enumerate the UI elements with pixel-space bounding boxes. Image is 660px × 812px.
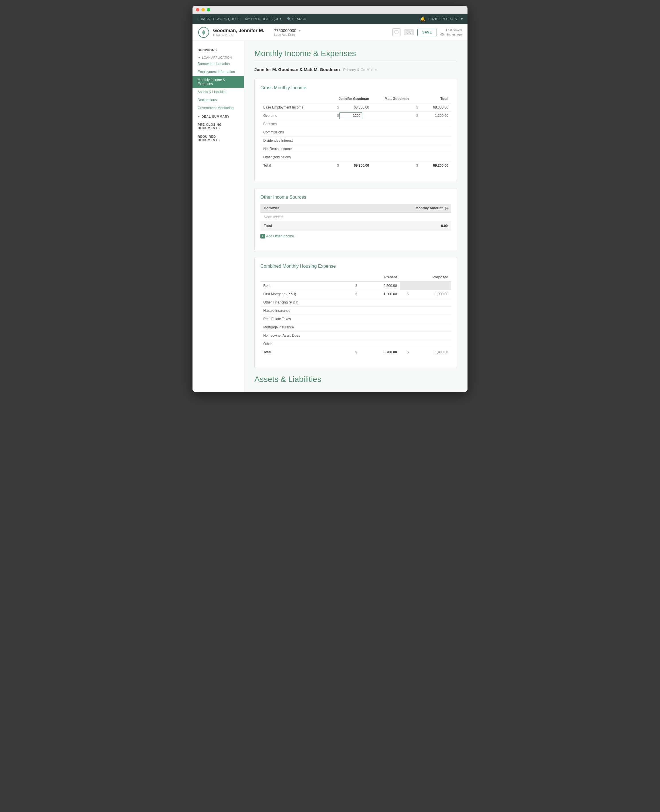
user-label: SUZIE SPECIALIST	[428, 17, 459, 21]
housing-total-row: Total $ 3,700.00 $ 1,900.00	[260, 348, 451, 356]
add-other-income-button[interactable]: + Add Other Income	[260, 234, 294, 239]
jennifer-dollar	[332, 120, 340, 128]
jennifer-amount[interactable]	[340, 112, 372, 120]
deal-summary-label: DEAL SUMMARY	[201, 115, 230, 118]
sidebar-item-assets[interactable]: Assets & Liabilities	[192, 88, 244, 96]
housing-row: Rent$2,500.00	[260, 282, 451, 290]
housing-row-label: Rent	[260, 282, 348, 290]
housing-expense-title: Combined Monthly Housing Expense	[260, 264, 451, 269]
sidebar-item-borrower-info[interactable]: Borrower Information	[192, 60, 244, 68]
proposed-amount	[412, 298, 451, 307]
loan-number-dropdown-icon[interactable]: ▼	[298, 28, 301, 33]
borrower-header: Jennifer M. Goodman & Matt M. Goodman Pr…	[254, 67, 457, 72]
minimize-button[interactable]	[201, 8, 205, 11]
housing-row-label: Real Estate Taxes	[260, 315, 348, 323]
matt-dollar	[372, 128, 379, 136]
present-dollar	[348, 307, 360, 315]
last-saved-time: 45 minutes ago	[440, 32, 462, 36]
proposed-dollar	[400, 332, 412, 340]
gross-monthly-row: Bonuses	[260, 120, 451, 128]
housing-total-proposed-amount: 1,900.00	[412, 348, 451, 356]
sidebar-item-declarations[interactable]: Declarations	[192, 96, 244, 104]
proposed-amount: 1,900.00	[412, 290, 451, 298]
jennifer-amount: 68,000.00	[340, 103, 372, 112]
user-badge[interactable]: SUZIE SPECIALIST ▼	[428, 17, 463, 21]
sidebar-pre-closing[interactable]: PRE-CLOSING DOCUMENTS	[192, 121, 244, 131]
gross-total-row: Total $ 69,200.00 $ 69,200.00	[260, 161, 451, 170]
gross-total-jennifer-amount: 69,200.00	[340, 161, 372, 170]
my-open-deals-button[interactable]: MY OPEN DEALS (3) ▼	[245, 17, 282, 21]
proposed-amount	[412, 332, 451, 340]
back-arrow-icon: ←	[197, 17, 200, 21]
notification-bell-icon[interactable]: 🔔	[420, 17, 425, 21]
header-right: 0 0 SAVE Last Saved 45 minutes ago	[392, 28, 462, 37]
company-logo	[198, 27, 209, 38]
jennifer-amount	[340, 145, 372, 153]
fullscreen-button[interactable]	[207, 8, 210, 11]
housing-row-label: Homeowner Assn. Dues	[260, 332, 348, 340]
total-dollar: $	[412, 103, 419, 112]
total-amount	[419, 120, 451, 128]
present-amount	[360, 307, 400, 315]
search-button[interactable]: 🔍 SEARCH	[287, 17, 306, 21]
present-dollar: $	[348, 290, 360, 298]
borrower-role: Primary & Co-Maker	[343, 68, 377, 72]
total-dollar	[412, 153, 419, 161]
present-amount	[360, 323, 400, 332]
housing-row-label: Hazard Insurance	[260, 307, 348, 315]
traffic-lights	[196, 8, 210, 11]
housing-total-proposed-dollar: $	[400, 348, 412, 356]
row-label: Dividends / Interest	[260, 136, 332, 145]
borrower-name: Goodman, Jennifer M.	[213, 28, 264, 33]
present-dollar: $	[348, 282, 360, 290]
housing-row: Mortgage Insurance	[260, 323, 451, 332]
housing-total-present-dollar: $	[348, 348, 360, 356]
other-income-section: Other Income Sources Borrower Monthly Am…	[254, 188, 457, 250]
back-to-work-queue-button[interactable]: ← BACK TO WORK QUEUE	[197, 17, 240, 21]
jennifer-dollar	[332, 128, 340, 136]
loan-application-label: LOAN APPLICATION	[202, 56, 232, 59]
total-amount: 68,000.00	[419, 103, 451, 112]
sidebar-loan-application-toggle[interactable]: ▼ LOAN APPLICATION	[192, 55, 244, 60]
present-amount	[360, 315, 400, 323]
loan-entry-label: Loan App Entry	[274, 33, 301, 36]
total-amount	[419, 145, 451, 153]
search-label: SEARCH	[292, 17, 306, 21]
sidebar-deal-summary[interactable]: ► DEAL SUMMARY	[192, 112, 244, 119]
matt-amount	[379, 145, 412, 153]
col-matt-header: Matt Goodman	[372, 95, 412, 103]
search-icon: 🔍	[287, 17, 291, 21]
close-button[interactable]	[196, 8, 199, 11]
save-button[interactable]: SAVE	[417, 28, 437, 36]
proposed-amount	[412, 340, 451, 348]
total-amount	[419, 136, 451, 145]
top-nav-right: 🔔 SUZIE SPECIALIST ▼	[420, 17, 463, 21]
matt-dollar	[372, 120, 379, 128]
gross-monthly-income-section: Gross Monthly Income Jenn	[254, 79, 457, 181]
badge-count-value: 0 0	[406, 30, 411, 34]
gross-total-total-dollar: $	[412, 161, 419, 170]
app-window: ← BACK TO WORK QUEUE MY OPEN DEALS (3) ▼…	[192, 6, 468, 392]
chat-icon[interactable]	[392, 28, 400, 36]
sidebar-required-docs[interactable]: REQUIRED DOCUMENTS	[192, 133, 244, 144]
gross-monthly-row: Base Employment Income$68,000.00$68,000.…	[260, 103, 451, 112]
app-header: Goodman, Jennifer M. CIF# 3211555 775000…	[192, 24, 468, 41]
jennifer-amount-input[interactable]	[340, 112, 362, 119]
borrower-names: Jennifer M. Goodman & Matt M. Goodman	[254, 67, 340, 72]
svg-rect-0	[395, 31, 398, 33]
present-dollar	[348, 332, 360, 340]
gross-total-total-amount: 69,200.00	[419, 161, 451, 170]
sidebar-item-employment-info[interactable]: Employment Information	[192, 68, 244, 76]
jennifer-amount	[340, 136, 372, 145]
present-amount: 1,200.00	[360, 290, 400, 298]
total-amount	[419, 128, 451, 136]
total-dollar	[412, 128, 419, 136]
top-nav: ← BACK TO WORK QUEUE MY OPEN DEALS (3) ▼…	[192, 14, 468, 24]
housing-row: Other Financing (P & I)	[260, 298, 451, 307]
matt-dollar	[372, 153, 379, 161]
total-dollar	[412, 136, 419, 145]
sidebar-item-monthly-income[interactable]: Monthly Income & Expenses	[192, 76, 244, 88]
housing-row-label: Other Financing (P & I)	[260, 298, 348, 307]
matt-amount	[379, 136, 412, 145]
sidebar-item-government-monitoring[interactable]: Government Monitoring	[192, 104, 244, 112]
